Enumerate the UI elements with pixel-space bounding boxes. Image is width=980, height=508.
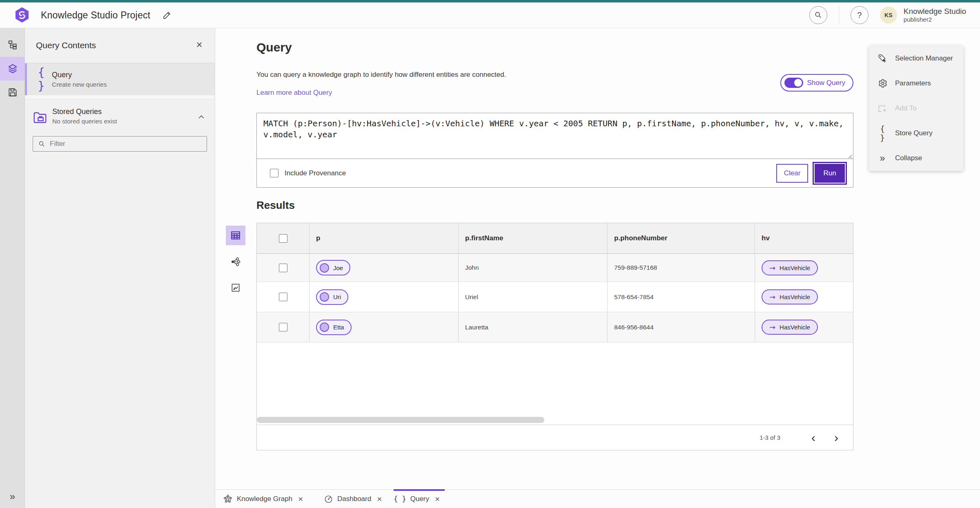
help-button[interactable]: ? [851, 6, 869, 24]
include-provenance-checkbox[interactable] [270, 169, 278, 177]
question-mark-icon: ? [857, 11, 862, 20]
close-tab-icon[interactable]: × [435, 494, 440, 504]
close-panel-button[interactable]: × [192, 37, 207, 52]
top-bar-divider [839, 6, 839, 24]
graph-view-button[interactable] [226, 252, 245, 271]
horizontal-scrollbar[interactable] [257, 417, 544, 423]
search-button[interactable] [809, 6, 827, 24]
node-icon [320, 263, 329, 273]
chevron-right-icon: › [834, 431, 838, 445]
query-item[interactable]: { } Query Create new queries [25, 63, 215, 95]
table-row: Uri Uriel 578-654-7854 →HasVehicle [257, 282, 853, 312]
tab-dashboard[interactable]: Dashboard × [324, 490, 382, 508]
rail-hierarchy-button[interactable] [0, 33, 25, 57]
stored-queries-section[interactable]: Stored Queries No stored queries exist [25, 99, 215, 136]
store-query-button[interactable]: { } Store Query [869, 121, 963, 146]
project-title: Knowledge Studio Project [41, 10, 150, 21]
cell-phonenumber: 578-654-7854 [608, 282, 755, 312]
dashboard-icon [324, 495, 333, 504]
layers-icon [7, 63, 18, 74]
column-header-p[interactable]: p [310, 223, 459, 253]
double-chevron-right-icon: » [10, 491, 15, 502]
app-logo-icon [14, 7, 30, 24]
panel-title: Query Contents [36, 40, 96, 50]
select-row-checkbox[interactable] [279, 264, 287, 272]
query-editor-footer: Include Provenance Clear Run [257, 159, 853, 187]
double-chevron-right-icon: » [877, 154, 888, 163]
braces-icon: { } [32, 66, 50, 93]
next-page-button[interactable]: › [828, 429, 845, 446]
results-table: p p.firstName p.phoneNumber hv Joe John … [256, 223, 853, 450]
table-empty-area [257, 342, 853, 425]
user-avatar[interactable]: KS [880, 7, 897, 24]
table-row: Etta Lauretta 846-956-8644 →HasVehicle [257, 312, 853, 342]
toggle-switch-on[interactable] [784, 78, 803, 88]
arrow-right-icon: → [769, 293, 775, 301]
query-item-subtitle: Create new queries [52, 81, 107, 88]
entity-pill[interactable]: Etta [316, 320, 352, 335]
graph-icon [230, 256, 241, 267]
expand-panel-button[interactable]: » [0, 491, 25, 502]
chart-icon [230, 282, 241, 293]
cell-firstname: Uriel [459, 282, 608, 312]
tab-query[interactable]: { } Query × [394, 490, 440, 508]
cell-firstname: John [459, 254, 608, 282]
main-content: Query You can query a knowledge graph to… [216, 28, 980, 489]
rail-layers-button[interactable] [0, 57, 25, 81]
include-provenance-label: Include Provenance [285, 169, 346, 177]
select-row-checkbox[interactable] [279, 323, 287, 331]
entity-pill[interactable]: Uri [316, 289, 348, 305]
page-description: You can query a knowledge graph to ident… [256, 71, 506, 79]
table-header-row: p p.firstName p.phoneNumber hv [257, 223, 853, 254]
arrow-right-icon: → [769, 264, 775, 272]
tab-knowledge-graph[interactable]: Knowledge Graph × [223, 490, 303, 508]
chevron-left-icon: ‹ [811, 431, 815, 445]
edge-pill[interactable]: →HasVehicle [762, 320, 818, 335]
chevron-up-icon[interactable] [197, 112, 206, 121]
braces-icon: { } [877, 124, 888, 142]
previous-page-button[interactable]: ‹ [805, 429, 822, 446]
query-contents-panel: Query Contents × { } Query Create new qu… [25, 28, 215, 508]
column-header-phonenumber[interactable]: p.phoneNumber [608, 223, 755, 253]
chart-view-button[interactable] [226, 278, 245, 298]
edge-pill[interactable]: →HasVehicle [762, 289, 818, 304]
entity-pill[interactable]: Joe [316, 260, 350, 275]
selected-indicator [25, 63, 27, 95]
cell-firstname: Lauretta [459, 312, 608, 342]
clear-button[interactable]: Clear [776, 164, 808, 183]
collapse-button[interactable]: » Collapse [869, 146, 963, 171]
show-query-toggle[interactable]: Show Query [780, 74, 853, 92]
node-icon [320, 322, 329, 332]
results-view-toolbar [225, 226, 246, 298]
select-row-checkbox[interactable] [279, 293, 287, 301]
selection-manager-button[interactable]: Selection Manager [869, 46, 963, 71]
cell-phonenumber: 846-956-8644 [608, 312, 755, 342]
column-header-hv[interactable]: hv [755, 223, 853, 253]
learn-more-link[interactable]: Learn more about Query [256, 89, 332, 97]
close-icon: × [196, 38, 202, 51]
edit-title-icon[interactable] [162, 10, 172, 20]
knowledge-graph-icon [223, 494, 233, 504]
braces-icon: { } [394, 495, 406, 503]
rail-save-button[interactable] [0, 81, 25, 104]
edge-pill[interactable]: →HasVehicle [762, 260, 818, 275]
filter-field [33, 136, 207, 152]
query-editor: MATCH (p:Person)-[hv:HasVehicle]->(v:Veh… [256, 113, 853, 188]
side-actions-panel: Selection Manager Parameters Add To { } … [869, 46, 963, 171]
close-tab-icon[interactable]: × [298, 494, 303, 504]
pagination-label: 1-3 of 3 [760, 434, 780, 441]
column-header-firstname[interactable]: p.firstName [459, 223, 608, 253]
filter-input[interactable] [50, 140, 207, 148]
table-row: Joe John 759-889-57168 →HasVehicle [257, 254, 853, 282]
user-role: publisher2 [904, 16, 966, 23]
node-icon [320, 292, 329, 302]
run-button[interactable]: Run [814, 163, 846, 184]
parameters-button[interactable]: Parameters [869, 71, 963, 96]
cell-phonenumber: 759-889-57168 [608, 254, 755, 282]
panel-section-gap [25, 95, 215, 99]
table-view-button[interactable] [226, 226, 245, 245]
close-tab-icon[interactable]: × [377, 494, 382, 504]
query-input[interactable]: MATCH (p:Person)-[hv:HasVehicle]->(v:Veh… [257, 113, 853, 159]
bottom-tab-bar: Knowledge Graph × Dashboard × { } Query … [216, 489, 980, 508]
select-all-checkbox[interactable] [279, 234, 287, 243]
